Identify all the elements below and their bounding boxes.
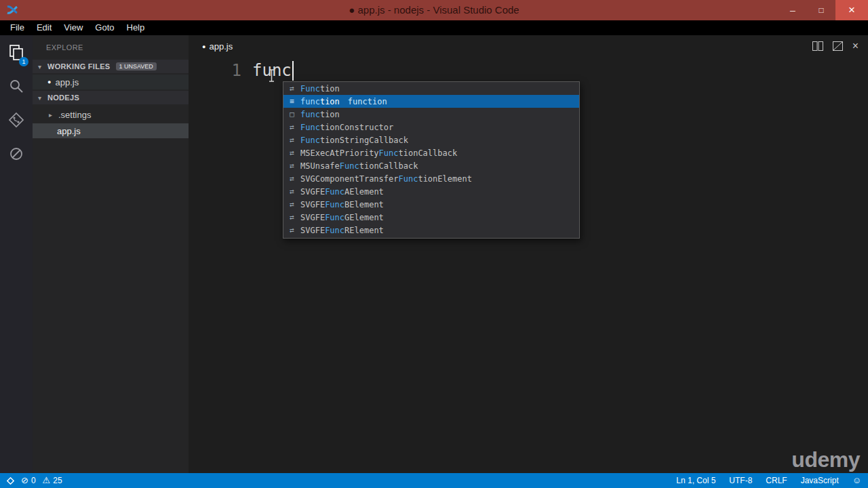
suggestion-item-selected[interactable]: ≡functionfunction [283, 95, 579, 108]
sidebar-explorer: EXPLORE ▾ WORKING FILES 1 UNSAVED ● app.… [33, 35, 189, 473]
suggestion-kind-icon: ⇄ [287, 226, 297, 235]
activitybar-item-git[interactable] [0, 103, 33, 137]
dirty-dot-icon: ● [47, 79, 51, 85]
menu-edit[interactable]: Edit [31, 20, 58, 35]
titlebar[interactable]: ● app.js - nodejs - Visual Studio Code –… [0, 0, 868, 20]
close-window-button[interactable]: × [835, 0, 868, 20]
code-line[interactable]: 1 func [189, 58, 294, 83]
section-label: WORKING FILES [47, 62, 111, 70]
status-bar: ⊘ 0 ⚠ 25 Ln 1, Col 5 UTF-8 CRLF JavaScri… [0, 473, 868, 488]
feedback-smiley-icon[interactable]: ☺ [852, 473, 861, 488]
vscode-window: ● app.js - nodejs - Visual Studio Code –… [0, 0, 868, 488]
suggestion-kind-icon: ⇄ [287, 187, 297, 196]
mouse-cursor [268, 69, 275, 85]
close-editor-icon[interactable]: × [852, 41, 859, 52]
menubar: File Edit View Goto Help [0, 20, 868, 35]
split-editor-icon[interactable] [812, 41, 823, 51]
menu-help[interactable]: Help [121, 20, 151, 35]
file-label: app.js [55, 77, 79, 87]
sidebar-title: EXPLORE [46, 43, 83, 52]
section-label: NODEJS [47, 94, 79, 102]
error-count-value: 0 [31, 476, 36, 485]
warning-count[interactable]: ⚠ 25 [43, 473, 62, 488]
window-controls: – □ × [778, 0, 868, 20]
dirty-dot-icon: ● [202, 43, 205, 50]
suggestion-kind-icon: ⇄ [287, 136, 297, 144]
chevron-right-icon: ▸ [49, 111, 56, 119]
suggestion-text-match: Func [325, 200, 344, 209]
suggestion-text-match: Func [300, 136, 320, 145]
suggestion-item[interactable]: ⇄SVGFEFuncRElement [283, 224, 579, 237]
window-title: ● app.js - nodejs - Visual Studio Code [0, 0, 868, 20]
suggestion-text-match: Func [379, 148, 399, 158]
editor-title[interactable]: ● app.js [202, 41, 233, 52]
chevron-down-icon: ▾ [38, 94, 45, 102]
suggestion-text-post: AElement [344, 187, 384, 197]
activity-bar: 1 [0, 35, 33, 473]
suggestion-text-post: tionConstructor [320, 123, 393, 132]
suggestion-text-post: tionCallback [359, 161, 418, 171]
suggestion-text-match: func [300, 110, 320, 119]
unsaved-count-badge: 1 UNSAVED [116, 62, 157, 70]
suggestion-text-pre: SVGComponentTransfer [300, 174, 399, 184]
suggestion-item[interactable]: □function [283, 108, 579, 121]
suggestion-text-post: tion [320, 84, 340, 94]
menu-file[interactable]: File [4, 20, 31, 35]
section-working-files[interactable]: ▾ WORKING FILES 1 UNSAVED [33, 60, 189, 73]
suggestion-item[interactable]: ⇄FunctionStringCallback [283, 134, 579, 146]
folder-settings[interactable]: ▸ .settings [33, 107, 189, 122]
search-icon [8, 78, 24, 94]
suggestion-item[interactable]: ⇄SVGFEFuncGElement [283, 211, 579, 224]
suggestion-kind-icon: □ [287, 110, 297, 119]
editor-actions: × [812, 41, 859, 52]
error-icon: ⊘ [21, 473, 28, 488]
activitybar-item-search[interactable] [0, 69, 33, 103]
warning-count-value: 25 [53, 476, 62, 485]
minimize-button[interactable]: – [778, 0, 807, 20]
language-mode[interactable]: JavaScript [801, 476, 839, 485]
suggestion-item[interactable]: ⇄MSExecAtPriorityFunctionCallback [283, 146, 579, 159]
working-file-item[interactable]: ● app.js [33, 75, 189, 89]
menu-view[interactable]: View [58, 20, 89, 35]
suggestion-kind-icon: ⇄ [287, 161, 297, 170]
suggestion-text-match: Func [325, 187, 344, 197]
suggestion-text-post: tionElement [418, 174, 471, 184]
activitybar-item-explorer[interactable]: 1 [0, 35, 33, 69]
debug-icon [8, 146, 24, 162]
error-count[interactable]: ⊘ 0 [21, 473, 36, 488]
editor-layout-icon[interactable] [833, 41, 843, 51]
suggestion-kind-icon: ≡ [287, 97, 297, 106]
line-number: 1 [189, 61, 252, 80]
suggestion-text-post: BElement [344, 200, 384, 209]
suggestion-text-match: Func [399, 174, 418, 184]
activitybar-item-debug[interactable] [0, 137, 33, 171]
suggestion-item[interactable]: ⇄MSUnsafeFunctionCallback [283, 159, 579, 172]
suggestion-item[interactable]: ⇄SVGFEFuncBElement [283, 198, 579, 211]
section-nodejs[interactable]: ▾ NODEJS [33, 91, 189, 104]
git-icon [8, 112, 24, 128]
suggestion-text-post: tionStringCallback [320, 136, 408, 145]
menu-goto[interactable]: Goto [89, 20, 120, 35]
eol-indicator[interactable]: CRLF [766, 476, 787, 485]
suggestion-item[interactable]: ⇄SVGFEFuncAElement [283, 185, 579, 198]
suggestion-item[interactable]: ⇄SVGComponentTransferFunctionElement [283, 172, 579, 185]
folder-label: .settings [58, 110, 91, 120]
file-item-selected[interactable]: app.js [33, 123, 189, 138]
encoding-indicator[interactable]: UTF-8 [729, 476, 752, 485]
cursor-position[interactable]: Ln 1, Col 5 [676, 476, 715, 485]
suggestion-text-pre: SVGFE [300, 226, 325, 235]
status-diamond-icon[interactable] [7, 477, 14, 485]
suggestion-text-pre: MSExecAtPriority [300, 148, 379, 158]
suggestion-kind-icon: ⇄ [287, 213, 297, 222]
suggestion-item[interactable]: ⇄Function [283, 82, 579, 95]
suggestion-detail: function [348, 97, 387, 106]
suggestion-text-post: GElement [344, 213, 384, 222]
suggestion-text-match: Func [300, 84, 320, 94]
udemy-watermark: udemy [791, 447, 860, 472]
status-right: Ln 1, Col 5 UTF-8 CRLF JavaScript ☺ [676, 473, 861, 488]
suggestion-text-match: Func [325, 226, 344, 235]
suggestion-item[interactable]: ⇄FunctionConstructor [283, 121, 579, 134]
suggestion-kind-icon: ⇄ [287, 123, 297, 131]
maximize-button[interactable]: □ [807, 0, 835, 20]
suggestion-text-post: tion [320, 110, 340, 119]
